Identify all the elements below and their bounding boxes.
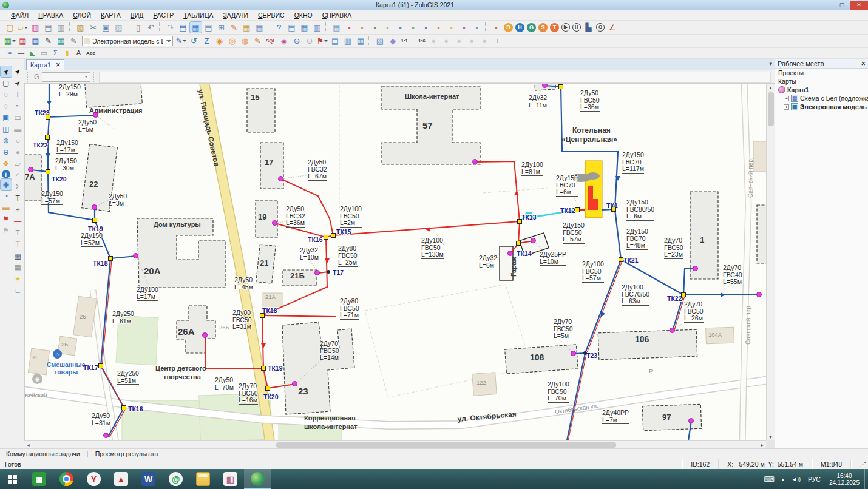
layer-combo[interactable]: Электронная модель с Бея xyxy=(82,36,173,46)
heat-chamber-node[interactable] xyxy=(108,256,113,261)
taskbar-word[interactable]: W xyxy=(135,469,162,489)
circle-h-icon[interactable]: H xyxy=(515,23,524,32)
keyboard-icon[interactable]: ⌨ xyxy=(760,469,778,489)
zoom-minus-icon[interactable]: ⊖ xyxy=(291,36,302,47)
consumer-node[interactable] xyxy=(472,159,478,164)
measure-tool[interactable]: ▬ xyxy=(1,202,12,213)
gray-3-icon[interactable]: ● xyxy=(453,36,465,47)
horizontal-scrollbar[interactable]: ◄ ► xyxy=(24,440,766,448)
zoom-gray-icon[interactable]: ⊖ xyxy=(303,36,315,47)
heat-chamber-node[interactable] xyxy=(681,292,686,297)
query-2-icon[interactable]: ▥ xyxy=(342,36,353,47)
screen-tool[interactable]: ▣ xyxy=(1,112,12,123)
menu-item[interactable]: ТАБЛИЦА xyxy=(178,12,218,19)
scale-1-1-icon[interactable]: 1:1 xyxy=(399,36,409,47)
open-icon[interactable]: ▱ xyxy=(17,22,29,33)
gray-1-icon[interactable]: ● xyxy=(428,36,439,47)
menu-item[interactable]: ЗАДАЧИ xyxy=(218,12,253,19)
taskbar-chrome[interactable] xyxy=(53,469,80,489)
menu-item[interactable]: ВИД xyxy=(126,12,149,19)
taskbar-acrobat[interactable]: ▲ xyxy=(107,469,135,489)
docked-panel-tab[interactable]: Коммутационные задачи xyxy=(0,450,86,457)
gray-2-icon[interactable]: ● xyxy=(441,36,452,47)
consumer-node[interactable] xyxy=(202,332,208,338)
panels-tool[interactable]: ◫ xyxy=(1,124,12,135)
goto-combo[interactable] xyxy=(42,72,90,82)
heat-chamber-node[interactable] xyxy=(45,135,50,140)
tree-item[interactable]: +▦Электронная модель с Бея xyxy=(775,103,868,111)
circle-select-tool[interactable]: ◌ xyxy=(1,89,12,100)
scale-1-6-icon[interactable]: 1:6 xyxy=(417,36,427,47)
layer-edit-icon[interactable]: ✎ xyxy=(42,36,54,47)
map-add-icon[interactable]: ▦ xyxy=(4,36,16,47)
help-icon[interactable]: ? xyxy=(273,22,285,33)
net-calc-icon[interactable]: ▪ xyxy=(446,22,457,33)
circle-t-icon[interactable]: T xyxy=(550,23,559,32)
save-icon[interactable]: ▥ xyxy=(30,22,41,33)
cut-icon[interactable]: ✂ xyxy=(87,22,99,33)
net-scheme-icon[interactable]: ▪ xyxy=(471,22,483,33)
cross-tool[interactable]: + xyxy=(12,204,23,215)
menu-item[interactable]: СЕРВИС xyxy=(253,12,290,19)
hatch-tool[interactable]: ▦ xyxy=(12,251,23,261)
heat-chamber-node[interactable] xyxy=(517,219,522,224)
sigma-tool[interactable]: Σ xyxy=(12,181,23,192)
polyline-style-icon[interactable]: ≈ xyxy=(4,49,15,58)
copy-icon[interactable]: ▣ xyxy=(100,22,112,33)
ellipse-filled-tool[interactable]: ● xyxy=(12,147,23,158)
layers-list-icon[interactable]: ▤ xyxy=(177,22,189,33)
ellipse-tool[interactable]: ○ xyxy=(12,135,23,146)
pan-tool[interactable]: ❖ xyxy=(1,158,12,169)
print-preview-icon[interactable]: ▥ xyxy=(55,22,67,33)
net-mode-icon[interactable]: ▪ xyxy=(433,22,444,33)
taskbar-paint[interactable]: ◧ xyxy=(217,469,244,489)
z-select-icon[interactable]: Z xyxy=(201,36,212,47)
consumer-node[interactable] xyxy=(670,328,675,333)
heat-chamber-node[interactable] xyxy=(260,313,265,318)
consumer-node[interactable] xyxy=(507,251,513,256)
object-props-icon[interactable]: ▦ xyxy=(241,22,253,33)
legend-icon[interactable]: ▤ xyxy=(203,22,214,33)
consumer-node[interactable] xyxy=(133,253,138,258)
show-desktop-button[interactable] xyxy=(864,469,868,489)
net-consumer-icon[interactable]: ▪ xyxy=(382,22,393,33)
search-tool[interactable]: ◉ xyxy=(1,179,12,190)
polygon-style-icon[interactable]: ◣ xyxy=(27,49,38,58)
taskbar-explorer[interactable] xyxy=(189,469,217,489)
fill-style-icon[interactable]: ▭ xyxy=(39,49,49,58)
text-order-tool[interactable]: T xyxy=(12,89,23,100)
print-icon[interactable]: ▤ xyxy=(42,22,54,33)
layer-draw-icon[interactable]: ✎ xyxy=(68,36,80,47)
tab-list-button[interactable]: ▾ xyxy=(769,61,772,67)
minimize-button[interactable]: – xyxy=(818,1,834,10)
text-tool[interactable]: T xyxy=(12,193,23,204)
menu-item[interactable]: ОКНО xyxy=(290,12,317,19)
net-chamber-icon[interactable]: ▪ xyxy=(369,22,381,33)
tray-expand-icon[interactable]: ▴ xyxy=(778,469,788,489)
heat-chamber-node[interactable] xyxy=(46,115,50,120)
map-canvas[interactable]: 2Ду150L=29м2Ду50L=5м2Ду150L=17м2Ду150L=3… xyxy=(24,84,766,440)
query-4-icon[interactable]: ▧ xyxy=(374,36,385,47)
marquee-select-tool[interactable]: ▢ xyxy=(1,78,12,89)
consumer-node[interactable] xyxy=(688,418,694,423)
cursor-edit-tool[interactable]: ➤ xyxy=(12,66,23,77)
menu-item[interactable]: СПРАВКА xyxy=(317,12,357,19)
menu-item[interactable]: ПРАВКА xyxy=(33,12,68,19)
net-topology-icon[interactable]: ▪ xyxy=(344,22,355,33)
net-report-icon[interactable]: ▪ xyxy=(490,22,502,33)
vscroll-thumb[interactable] xyxy=(768,92,774,126)
flag-off-tool[interactable]: ⚑ xyxy=(1,225,12,236)
query-1-icon[interactable]: ▤ xyxy=(329,36,341,47)
label-1-tool[interactable]: Т xyxy=(12,228,23,238)
pointer-tool[interactable]: ➤ xyxy=(1,66,12,77)
heat-chamber-node[interactable] xyxy=(121,405,126,410)
sigma-icon[interactable]: Σ xyxy=(50,49,61,58)
polygon-tool[interactable]: ▱ xyxy=(12,158,23,169)
new-icon[interactable]: ▢ xyxy=(4,22,16,33)
heat-chamber-node[interactable] xyxy=(265,386,270,391)
geo-pin-icon[interactable]: ◈ xyxy=(278,36,290,47)
db-open-icon[interactable]: ▤ xyxy=(286,22,297,33)
edit-mode-icon[interactable]: ✎ xyxy=(228,22,240,33)
close-button[interactable]: ✕ xyxy=(850,1,868,10)
lasso-icon[interactable]: ✎ xyxy=(252,36,263,47)
